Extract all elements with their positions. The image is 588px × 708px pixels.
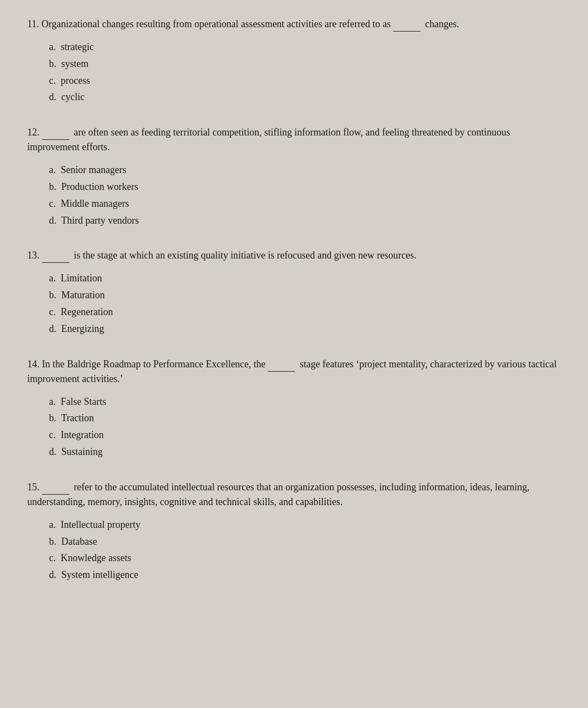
question-14-text: 14. In the Baldrige Roadmap to Performan… [27, 356, 561, 386]
option-letter: c. [49, 552, 56, 563]
question-14: 14. In the Baldrige Roadmap to Performan… [27, 356, 561, 460]
option-letter: d. [49, 215, 57, 226]
list-item: a. Senior managers [49, 162, 561, 178]
option-letter: c. [49, 198, 56, 209]
option-letter: a. [49, 41, 56, 52]
list-item: b. Traction [49, 410, 561, 426]
list-item: b. Maturation [49, 287, 561, 303]
list-item: d. Energizing [49, 321, 561, 337]
option-letter: a. [49, 164, 56, 175]
question-13-number: 13. is the stage at which an existing qu… [27, 250, 416, 261]
option-letter: c. [49, 75, 56, 86]
page-content: 11. Organizational changes resulting fro… [27, 16, 561, 583]
blank-11 [393, 16, 420, 32]
question-11-number: 11. Organizational changes resulting fro… [27, 19, 459, 29]
question-12: 12. are often seen as feeding territoria… [27, 125, 561, 228]
list-item: a. Intellectual property [49, 517, 561, 533]
option-letter: a. [49, 519, 56, 530]
list-item: c. process [49, 73, 561, 89]
option-letter: d. [49, 569, 57, 580]
question-15-options: a. Intellectual property b. Database c. … [49, 517, 561, 583]
list-item: c. Integration [49, 427, 561, 443]
question-13: 13. is the stage at which an existing qu… [27, 248, 561, 336]
question-14-number: 14. In the Baldrige Roadmap to Performan… [27, 359, 556, 384]
question-15-number: 15. refer to the accumulated intellectua… [27, 482, 529, 507]
list-item: d. Third party vendors [49, 213, 561, 229]
option-letter: b. [49, 413, 57, 423]
list-item: b. Database [49, 534, 561, 550]
blank-13 [42, 248, 69, 263]
list-item: c. Middle managers [49, 196, 561, 212]
question-12-number: 12. are often seen as feeding territoria… [27, 127, 510, 152]
option-letter: b. [49, 536, 57, 547]
option-letter: c. [49, 306, 56, 317]
option-letter: d. [49, 91, 57, 102]
option-letter: b. [49, 58, 57, 69]
question-11-options: a. strategic b. system c. process d. cyc… [49, 39, 561, 105]
list-item: b. system [49, 56, 561, 72]
question-13-options: a. Limitation b. Maturation c. Regenerat… [49, 270, 561, 336]
list-item: d. System intelligence [49, 567, 561, 583]
option-letter: c. [49, 429, 56, 440]
question-14-options: a. False Starts b. Traction c. Integrati… [49, 394, 561, 460]
list-item: c. Regeneration [49, 304, 561, 320]
list-item: d. cyclic [49, 89, 561, 105]
list-item: a. strategic [49, 39, 561, 55]
question-15: 15. refer to the accumulated intellectua… [27, 479, 561, 583]
question-11-text: 11. Organizational changes resulting fro… [27, 16, 561, 32]
option-letter: d. [49, 323, 57, 334]
option-letter: b. [49, 181, 57, 192]
blank-12 [42, 125, 69, 140]
question-12-text: 12. are often seen as feeding territoria… [27, 125, 561, 155]
list-item: d. Sustaining [49, 444, 561, 460]
blank-15 [42, 479, 69, 495]
option-letter: a. [49, 273, 56, 284]
question-11: 11. Organizational changes resulting fro… [27, 16, 561, 105]
option-letter: d. [49, 446, 57, 457]
question-13-text: 13. is the stage at which an existing qu… [27, 248, 561, 263]
list-item: a. False Starts [49, 394, 561, 410]
option-letter: b. [49, 290, 57, 300]
question-15-text: 15. refer to the accumulated intellectua… [27, 479, 561, 509]
question-12-options: a. Senior managers b. Production workers… [49, 162, 561, 228]
blank-14 [268, 356, 295, 372]
option-letter: a. [49, 396, 56, 407]
list-item: b. Production workers [49, 179, 561, 195]
list-item: a. Limitation [49, 270, 561, 286]
list-item: c. Knowledge assets [49, 550, 561, 566]
